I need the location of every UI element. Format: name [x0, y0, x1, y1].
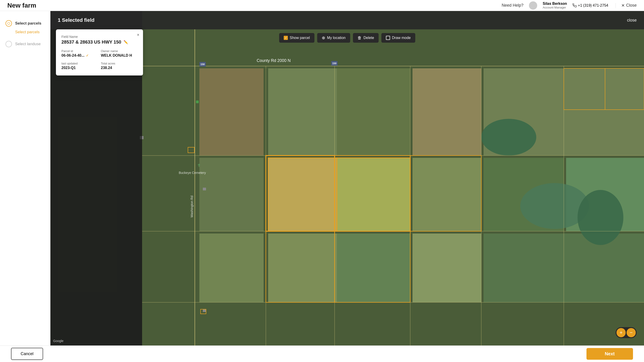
svg-rect-16	[337, 233, 410, 302]
account-role: Account Manager	[543, 6, 567, 9]
svg-rect-23	[337, 158, 410, 231]
owner-name-item: Owner name WELK DONALD H	[101, 49, 138, 58]
parcel-id-label: Parcel id	[62, 49, 98, 53]
svg-rect-17	[412, 233, 481, 302]
show-parcel-label: Show parcel	[290, 36, 310, 40]
total-acres-label: Total acres	[101, 62, 138, 65]
checkmark-icon: ✓	[285, 36, 287, 40]
map-container: County Rd 2000 N 150 150 Washington Rd ✝…	[50, 11, 644, 345]
selected-field-label: 1 Selected field	[58, 17, 94, 23]
sidebar-sub-label[interactable]: Select parcels	[15, 30, 40, 34]
zoom-in-button[interactable]: +	[616, 328, 626, 337]
last-updated-item: last updated 2023-Q1	[62, 62, 98, 70]
field-info-popup: × Field Name 28537 & 28633 US HWY 150 ✏️…	[56, 29, 143, 76]
header: New farm Need Help? Silas Berkson Accoun…	[0, 0, 644, 11]
need-help-label: Need Help?	[502, 3, 524, 8]
draw-mode-label: Draw mode	[392, 36, 411, 40]
svg-text:150: 150	[200, 63, 205, 66]
delete-button[interactable]: 🗑 Delete	[353, 33, 378, 43]
draw-mode-button[interactable]: Draw mode	[381, 33, 415, 43]
total-acres-item: Total acres 238.24	[101, 62, 138, 70]
parcel-id-value: 06-06-24-40... ✓	[62, 54, 98, 58]
sidebar-item-select-landuse[interactable]: Select landuse	[6, 41, 45, 47]
svg-text:✝: ✝	[197, 163, 201, 168]
my-location-button[interactable]: ⊕ My location	[317, 33, 350, 43]
account-name: Silas Berkson	[543, 2, 567, 6]
avatar	[529, 2, 537, 10]
show-parcel-checkbox: ✓	[284, 36, 288, 40]
phone-info: +1 (319) 471-2754	[572, 4, 608, 8]
svg-rect-4	[268, 68, 337, 156]
show-parcel-button[interactable]: ✓ Show parcel	[279, 33, 314, 43]
next-button[interactable]: Next	[586, 348, 633, 360]
total-acres-value: 238.24	[101, 66, 138, 70]
edit-field-name-icon[interactable]: ✏️	[124, 40, 128, 44]
google-watermark: Google	[53, 339, 64, 343]
owner-name-value: WELK DONALD H	[101, 54, 138, 58]
my-location-label: My location	[327, 36, 346, 40]
popup-grid: Parcel id 06-06-24-40... ✓ Owner name WE…	[62, 49, 138, 70]
svg-rect-41	[196, 101, 199, 103]
svg-rect-22	[268, 158, 337, 231]
zoom-out-button[interactable]: −	[626, 328, 636, 337]
zoom-controls: + −	[616, 327, 637, 338]
step-circle-2	[6, 41, 12, 47]
svg-point-21	[578, 190, 623, 245]
field-name-value: 28537 & 28633 US HWY 150	[62, 40, 121, 45]
svg-rect-15	[268, 233, 337, 302]
sidebar-step-label-1: Select parcels	[15, 21, 41, 26]
sidebar-step-label-2: Select landuse	[15, 42, 41, 46]
svg-text:Washington Rd: Washington Rd	[190, 196, 194, 217]
last-updated-value: 2023-Q1	[62, 66, 98, 70]
map-toolbar: ✓ Show parcel ⊕ My location 🗑 Delete Dra…	[279, 29, 415, 46]
google-label: Google	[53, 339, 64, 343]
popup-close-button[interactable]: ×	[137, 33, 139, 37]
svg-point-0	[8, 22, 10, 25]
page-title: New farm	[7, 2, 36, 9]
owner-name-label: Owner name	[101, 49, 138, 53]
svg-text:150: 150	[332, 62, 336, 65]
svg-rect-11	[412, 158, 481, 231]
close-field-button[interactable]: close	[627, 18, 637, 23]
draw-mode-checkbox	[386, 36, 390, 40]
svg-rect-5	[337, 68, 410, 156]
svg-rect-52	[203, 309, 206, 312]
svg-point-19	[481, 119, 536, 156]
svg-text:County Rd 2000 N: County Rd 2000 N	[257, 58, 290, 63]
phone-number: +1 (319) 471-2754	[578, 4, 608, 8]
svg-rect-3	[200, 68, 264, 156]
step-icon	[7, 22, 10, 25]
cancel-button[interactable]: Cancel	[11, 348, 43, 360]
svg-rect-51	[203, 188, 206, 190]
parcel-check-icon: ✓	[86, 54, 89, 57]
svg-rect-8	[200, 158, 264, 231]
step-circle-1	[6, 20, 12, 27]
field-name-row: 28537 & 28633 US HWY 150 ✏️	[62, 40, 138, 45]
header-right: Need Help? Silas Berkson Account Manager…	[502, 2, 637, 10]
svg-rect-6	[412, 68, 481, 156]
field-name-label: Field Name	[62, 35, 138, 39]
svg-rect-14	[200, 233, 264, 302]
parcel-id-item: Parcel id 06-06-24-40... ✓	[62, 49, 98, 58]
header-close-button[interactable]: ✕ Close	[616, 3, 637, 8]
last-updated-label: last updated	[62, 62, 98, 65]
close-x-icon: ✕	[621, 3, 625, 8]
trash-icon: 🗑	[358, 36, 362, 40]
close-label: Close	[626, 3, 637, 8]
sidebar: Select parcels Select parcels Select lan…	[0, 11, 50, 345]
map-top-bar: 1 Selected field close	[50, 11, 644, 29]
delete-label: Delete	[364, 36, 374, 40]
location-icon: ⊕	[322, 35, 325, 40]
account-info: Silas Berkson Account Manager	[543, 2, 567, 9]
sidebar-item-select-parcels[interactable]: Select parcels	[6, 20, 45, 27]
svg-text:Buckeye Cemetery: Buckeye Cemetery	[179, 171, 206, 175]
phone-icon	[572, 4, 576, 8]
bottom-bar: Cancel Next	[0, 345, 644, 362]
